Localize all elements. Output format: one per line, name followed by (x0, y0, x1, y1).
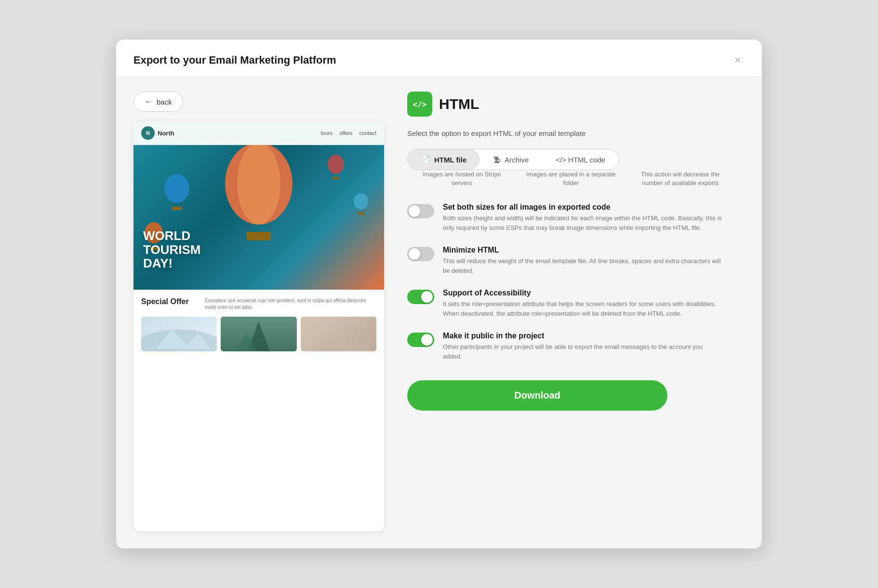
special-offer-title: Special Offer (141, 297, 199, 306)
toggle-accessibility[interactable] (407, 290, 434, 304)
back-arrow-icon: ← (145, 97, 153, 107)
tab-descriptions: images are hosted on Stripo servers imag… (407, 170, 735, 187)
preview-nav: N North tours offers contact (133, 121, 384, 145)
special-offer-text: Excepteur sint occaecat cupi non proiden… (205, 297, 376, 311)
balloon-left (162, 174, 191, 213)
toggle-row-accessibility: Support of Accessibility It sets the rol… (407, 289, 745, 318)
tab-html-code[interactable]: </> HTML code (542, 149, 619, 170)
export-modal: Export to your Email Marketing Platform … (116, 40, 762, 548)
preview-image-1 (141, 317, 217, 351)
svg-point-9 (328, 155, 344, 174)
toggle-make-public[interactable] (407, 333, 434, 347)
modal-title: Export to your Email Marketing Platform (133, 54, 336, 67)
tab-desc-html-file: images are hosted on Stripo servers (407, 170, 517, 187)
export-header: </> HTML (407, 92, 745, 117)
html-file-icon: 📄 (421, 155, 430, 164)
export-title-group: HTML (439, 96, 479, 112)
toggle-title-accessibility: Support of Accessibility (443, 289, 722, 297)
logo-name: North (158, 130, 174, 137)
toggle-content-make-public: Make it public in the project Other part… (443, 332, 722, 361)
modal-body: ← back N North tours offers contact (116, 76, 762, 548)
svg-rect-4 (247, 232, 271, 241)
toggle-knob (409, 205, 420, 217)
toggle-desc-set-both-sizes: Both sizes (height and width) will be in… (443, 214, 722, 232)
svg-line-2 (247, 222, 249, 232)
svg-point-5 (164, 174, 189, 203)
balloon-right (353, 193, 370, 216)
email-preview: N North tours offers contact (133, 121, 384, 531)
html-code-label: </> HTML code (556, 156, 605, 164)
svg-line-7 (181, 202, 182, 207)
archive-icon: 🗜 (493, 156, 501, 164)
download-button[interactable]: Download (407, 380, 667, 411)
tab-selector-container: 📄 HTML file 🗜 Archive </> HTML code imag… (407, 149, 745, 187)
export-subtitle: Select the option to export HTML of your… (407, 129, 745, 137)
svg-line-15 (363, 209, 364, 213)
left-panel: ← back N North tours offers contact (133, 92, 384, 531)
toggle-row-make-public: Make it public in the project Other part… (407, 332, 745, 361)
preview-hero: WORLDTOURISMDAY! (133, 145, 384, 290)
preview-nav-links: tours offers contact (321, 130, 376, 136)
svg-rect-16 (358, 213, 364, 215)
toggle-content-accessibility: Support of Accessibility It sets the rol… (443, 289, 722, 318)
toggle-content-minimize-html: Minimize HTML This will reduce the weigh… (443, 246, 722, 275)
html-icon: </> (407, 92, 432, 117)
svg-rect-8 (172, 207, 182, 210)
svg-line-11 (339, 173, 339, 177)
modal-header: Export to your Email Marketing Platform … (116, 40, 762, 76)
back-button[interactable]: ← back (133, 92, 183, 112)
toggle-content-set-both-sizes: Set both sizes for all images in exporte… (443, 203, 722, 232)
preview-images (141, 317, 376, 351)
special-offer-row: Special Offer Excepteur sint occaecat cu… (141, 297, 376, 311)
preview-image-2 (221, 317, 296, 351)
html-file-label: HTML file (434, 156, 466, 164)
preview-content: Special Offer Excepteur sint occaecat cu… (133, 290, 384, 359)
svg-line-6 (172, 202, 173, 207)
close-button[interactable]: × (731, 53, 745, 67)
preview-logo: N North (141, 126, 174, 140)
toggle-row-set-both-sizes: Set both sizes for all images in exporte… (407, 203, 745, 232)
toggle-desc-accessibility: It sets the role=presentation attribute … (443, 299, 722, 318)
svg-point-13 (354, 193, 368, 210)
toggle-knob (421, 291, 433, 303)
tab-desc-html-code: This action will decrease the number of … (625, 170, 735, 187)
svg-line-14 (358, 209, 359, 213)
svg-rect-12 (333, 177, 339, 179)
toggle-row-minimize-html: Minimize HTML This will reduce the weigh… (407, 246, 745, 275)
toggle-title-make-public: Make it public in the project (443, 332, 722, 340)
tab-html-file[interactable]: 📄 HTML file (408, 149, 480, 170)
tab-selector: 📄 HTML file 🗜 Archive </> HTML code (407, 149, 619, 170)
toggle-minimize-html[interactable] (407, 247, 434, 261)
balloon-top-right (326, 155, 346, 181)
toggle-title-set-both-sizes: Set both sizes for all images in exporte… (443, 203, 722, 212)
toggle-section: Set both sizes for all images in exporte… (407, 203, 745, 361)
tab-desc-archive: images are placed in a separate folder (517, 170, 626, 187)
svg-point-1 (237, 145, 280, 225)
toggle-desc-make-public: Other participants in your project will … (443, 342, 722, 361)
preview-image-3 (301, 317, 376, 351)
toggle-title-minimize-html: Minimize HTML (443, 246, 722, 254)
toggle-knob (409, 248, 420, 260)
right-panel: </> HTML Select the option to export HTM… (407, 92, 745, 531)
logo-circle: N (141, 126, 155, 140)
svg-line-3 (268, 222, 271, 232)
balloon-main (220, 145, 297, 246)
toggle-knob (421, 334, 433, 346)
tab-archive[interactable]: 🗜 Archive (480, 149, 542, 170)
toggle-desc-minimize-html: This will reduce the weight of the email… (443, 256, 722, 275)
toggle-set-both-sizes[interactable] (407, 204, 434, 218)
archive-label: Archive (505, 156, 529, 164)
hero-text: WORLDTOURISMDAY! (143, 229, 200, 270)
svg-line-10 (333, 173, 333, 177)
export-title: HTML (439, 96, 479, 112)
back-label: back (157, 98, 172, 106)
